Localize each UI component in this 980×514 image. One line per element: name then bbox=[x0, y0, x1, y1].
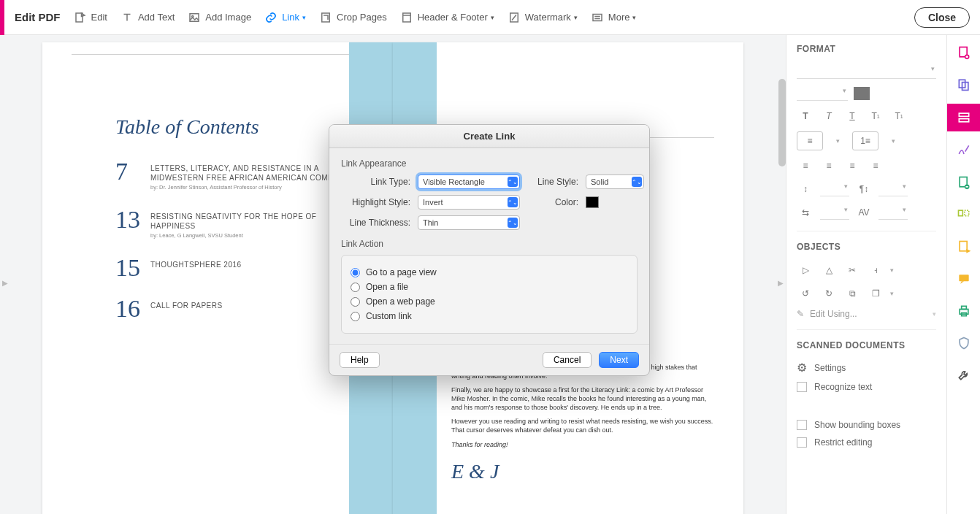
svg-rect-21 bbox=[960, 242, 967, 251]
rotate-cw-icon[interactable]: ↻ bbox=[820, 285, 838, 302]
radio-input[interactable] bbox=[351, 268, 360, 277]
radio-page-view[interactable]: Go to a page view bbox=[351, 267, 628, 277]
thickness-select[interactable]: Thin⌃⌄ bbox=[418, 215, 520, 230]
underline-icon[interactable]: T bbox=[843, 108, 861, 124]
line-spacing-icon[interactable]: ↕ bbox=[797, 181, 814, 197]
hscale-select[interactable] bbox=[820, 205, 849, 220]
next-button[interactable]: Next bbox=[599, 352, 639, 368]
organize-pages-icon[interactable] bbox=[955, 206, 973, 223]
accent-bar bbox=[0, 0, 4, 35]
caret-icon: ▾ bbox=[574, 14, 578, 21]
caret-icon: ▾ bbox=[491, 14, 494, 21]
settings-button[interactable]: ⚙ Settings bbox=[797, 361, 936, 375]
char-spacing-icon[interactable]: AV bbox=[855, 204, 873, 220]
svg-rect-20 bbox=[964, 210, 968, 216]
color-swatch[interactable] bbox=[586, 196, 599, 208]
radio-open-web[interactable]: Open a web page bbox=[351, 296, 628, 307]
edit-using-button[interactable]: ✎ Edit Using... ▾ bbox=[797, 309, 936, 319]
line-spacing-select[interactable] bbox=[820, 182, 849, 196]
char-spacing-select[interactable] bbox=[878, 205, 908, 220]
superscript-icon[interactable]: T1 bbox=[867, 108, 884, 124]
link-type-select[interactable]: Visible Rectangle⌃⌄ bbox=[418, 174, 520, 189]
protect-icon[interactable] bbox=[955, 334, 973, 352]
combine-files-icon[interactable] bbox=[955, 76, 973, 93]
tb-wm-label: Watermark bbox=[525, 12, 571, 23]
send-comments-icon[interactable] bbox=[955, 238, 973, 256]
edit-using-label: Edit Using... bbox=[810, 309, 857, 319]
document-area[interactable]: ▶ ▶ Table of Contents 7 LETTERS, LITERAC… bbox=[0, 35, 786, 514]
chevron-icon: ⌃⌄ bbox=[508, 177, 518, 187]
line-style-select[interactable]: Solid⌃⌄ bbox=[586, 174, 644, 189]
help-button[interactable]: Help bbox=[340, 352, 380, 368]
close-button[interactable]: Close bbox=[914, 7, 970, 28]
align-objects-icon[interactable]: ⫞ bbox=[867, 262, 884, 278]
tb-edit-label: Edit bbox=[91, 12, 107, 23]
chevron-down-icon: ▾ bbox=[933, 310, 936, 318]
bulleted-list-icon[interactable]: ≡ bbox=[797, 131, 823, 150]
page-rule bbox=[72, 54, 349, 55]
bold-icon[interactable]: T bbox=[797, 108, 814, 124]
cancel-button[interactable]: Cancel bbox=[543, 352, 592, 368]
tb-link[interactable]: Link▾ bbox=[264, 11, 306, 24]
show-bounding-boxes-checkbox[interactable]: Show bounding boxes bbox=[797, 420, 936, 430]
svg-rect-15 bbox=[959, 113, 968, 116]
toc-number: 16 bbox=[115, 296, 140, 321]
flip-vertical-icon[interactable]: △ bbox=[820, 262, 838, 278]
italic-icon[interactable]: T bbox=[820, 108, 838, 124]
radio-input[interactable] bbox=[351, 297, 360, 307]
tb-crop[interactable]: Crop Pages bbox=[319, 11, 387, 24]
appearance-heading: Link Appearance bbox=[341, 158, 638, 169]
align-center-icon[interactable]: ≡ bbox=[820, 158, 838, 174]
radio-open-file[interactable]: Open a file bbox=[351, 282, 628, 292]
paragraph-spacing-icon[interactable]: ¶↕ bbox=[855, 181, 873, 197]
chevron-down-icon[interactable]: ▾ bbox=[884, 133, 902, 149]
tb-edit[interactable]: Edit bbox=[74, 11, 107, 24]
create-pdf-icon[interactable] bbox=[955, 44, 973, 61]
link-type-value: Visible Rectangle bbox=[423, 177, 485, 186]
export-pdf-icon[interactable] bbox=[955, 174, 973, 191]
header-icon bbox=[400, 11, 413, 24]
scrollbar[interactable] bbox=[778, 79, 786, 166]
crop-object-icon[interactable]: ✂ bbox=[843, 262, 861, 278]
tb-add-text[interactable]: Add Text bbox=[120, 11, 175, 24]
highlight-style-select[interactable]: Invert⌃⌄ bbox=[418, 195, 520, 210]
recognize-text-checkbox[interactable]: Recognize text bbox=[797, 382, 936, 392]
numbered-list-icon[interactable]: 1≡ bbox=[852, 131, 878, 150]
tb-more[interactable]: More▾ bbox=[591, 11, 637, 24]
sign-icon[interactable] bbox=[955, 142, 973, 159]
flip-horizontal-icon[interactable]: ▷ bbox=[797, 262, 814, 278]
font-color-swatch[interactable] bbox=[854, 87, 870, 100]
comment-icon[interactable] bbox=[955, 270, 973, 288]
tb-hf-label: Header & Footer bbox=[418, 12, 488, 23]
radio-input[interactable] bbox=[351, 312, 360, 321]
restrict-editing-checkbox[interactable]: Restrict editing bbox=[797, 437, 936, 448]
align-left-icon[interactable]: ≡ bbox=[797, 158, 814, 174]
align-justify-icon[interactable]: ≡ bbox=[867, 158, 884, 174]
edit-pdf-rail-icon[interactable] bbox=[947, 104, 981, 131]
link-icon bbox=[264, 11, 277, 24]
rotate-ccw-icon[interactable]: ↺ bbox=[797, 285, 814, 302]
highlight-style-label: Highlight Style: bbox=[341, 197, 410, 207]
expand-left-icon[interactable]: ▶ bbox=[1, 275, 9, 291]
tb-header-footer[interactable]: Header & Footer▾ bbox=[400, 11, 494, 24]
radio-custom-link[interactable]: Custom link bbox=[351, 311, 628, 321]
align-right-icon[interactable]: ≡ bbox=[843, 158, 861, 174]
subscript-icon[interactable]: T1 bbox=[890, 108, 908, 124]
chevron-down-icon[interactable]: ▾ bbox=[829, 133, 846, 149]
print-icon[interactable] bbox=[955, 302, 973, 320]
radio-input[interactable] bbox=[351, 283, 360, 292]
tools-icon[interactable] bbox=[955, 367, 973, 384]
horizontal-scale-icon[interactable]: ⇆ bbox=[797, 204, 814, 220]
tb-add-image[interactable]: Add Image bbox=[188, 11, 251, 24]
tb-add-text-label: Add Text bbox=[138, 12, 175, 23]
thickness-value: Thin bbox=[423, 218, 438, 227]
arrange-icon[interactable]: ❐ bbox=[867, 285, 884, 302]
replace-image-icon[interactable]: ⧉ bbox=[843, 285, 861, 302]
toc-number: 13 bbox=[115, 207, 140, 239]
font-size-select[interactable] bbox=[797, 86, 848, 101]
expand-right-icon[interactable]: ▶ bbox=[777, 275, 784, 291]
font-family-select[interactable] bbox=[797, 64, 936, 79]
tb-watermark[interactable]: Watermark▾ bbox=[508, 11, 578, 24]
format-panel: FORMAT T T T T1 T1 ≡ ▾ 1≡ ▾ ≡ ≡ ≡ ≡ ↕ ¶↕… bbox=[786, 35, 946, 514]
para-spacing-select[interactable] bbox=[878, 182, 908, 196]
